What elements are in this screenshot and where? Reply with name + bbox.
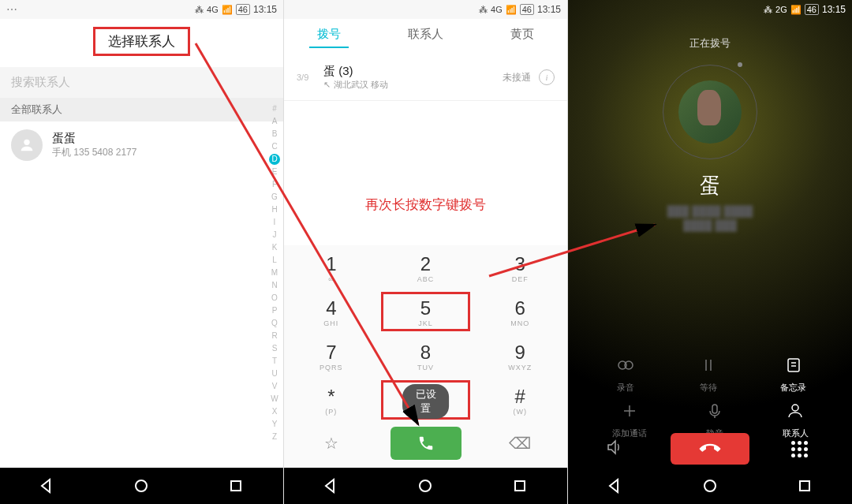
section-header: 全部联系人 bbox=[0, 98, 283, 121]
key-0[interactable]: 0+已设置 bbox=[379, 378, 473, 422]
alpha-V[interactable]: V bbox=[269, 380, 280, 393]
alpha-P[interactable]: P bbox=[269, 304, 280, 317]
alpha-U[interactable]: U bbox=[269, 368, 280, 380]
calling-label: 正在拨号 bbox=[568, 19, 852, 50]
key-#[interactable]: #(W) bbox=[473, 378, 567, 422]
alpha-D[interactable]: D bbox=[269, 154, 280, 165]
back-button[interactable] bbox=[322, 476, 341, 495]
alpha-index[interactable]: #ABCDEFGHIJKLMNOPQRSTUVWXYZ bbox=[269, 103, 280, 443]
android-navbar bbox=[0, 468, 283, 504]
alpha-R[interactable]: R bbox=[269, 330, 280, 342]
speaker-button[interactable] bbox=[605, 438, 629, 460]
svg-rect-2 bbox=[231, 481, 241, 491]
bluetooth-icon: ⁂ bbox=[195, 5, 204, 15]
home-button[interactable] bbox=[701, 476, 719, 495]
key-8[interactable]: 8TUV bbox=[379, 334, 473, 378]
clock: 13:15 bbox=[253, 4, 277, 15]
memo-button[interactable]: 备忘录 bbox=[780, 353, 806, 394]
alpha-L[interactable]: L bbox=[269, 254, 280, 267]
hangup-button[interactable] bbox=[671, 433, 749, 465]
alpha-W[interactable]: W bbox=[269, 393, 280, 405]
contact-phone: 手机 135 5408 2177 bbox=[52, 146, 136, 159]
tab-yellowpages[interactable]: 黄页 bbox=[503, 27, 542, 48]
recent-button[interactable] bbox=[226, 476, 245, 495]
battery-label: 46 bbox=[805, 4, 819, 15]
signal-icon: 📶 bbox=[506, 5, 517, 15]
calling-number-blurred: ███ ████ ████████ ███ bbox=[568, 204, 852, 233]
alpha-S[interactable]: S bbox=[269, 342, 280, 355]
alpha-Z[interactable]: Z bbox=[269, 431, 280, 443]
call-button[interactable] bbox=[379, 427, 473, 460]
svg-rect-14 bbox=[712, 405, 717, 413]
call-location: 湖北武汉 移动 bbox=[334, 79, 388, 91]
home-button[interactable] bbox=[416, 476, 435, 495]
alpha-A[interactable]: A bbox=[269, 115, 280, 128]
alpha-H[interactable]: H bbox=[269, 203, 280, 216]
calling-name: 蛋 bbox=[568, 167, 852, 204]
svg-point-17 bbox=[704, 480, 716, 491]
alpha-J[interactable]: J bbox=[269, 229, 280, 241]
alpha-K[interactable]: K bbox=[269, 241, 280, 254]
alpha-F[interactable]: F bbox=[269, 178, 280, 191]
favorite-button[interactable]: ☆ bbox=[284, 434, 379, 453]
alpha-E[interactable]: E bbox=[269, 166, 280, 178]
call-name: 蛋 (3) bbox=[323, 64, 495, 79]
toast: 已设置 bbox=[402, 384, 450, 419]
key-4[interactable]: 4GHI bbox=[284, 289, 379, 334]
signal-icon: 📶 bbox=[222, 5, 233, 15]
key-3[interactable]: 3DEF bbox=[473, 245, 567, 289]
home-button[interactable] bbox=[132, 476, 151, 495]
recent-call-row[interactable]: 3/9 蛋 (3) ↖湖北武汉 移动 未接通 i bbox=[284, 54, 567, 101]
svg-point-1 bbox=[136, 480, 147, 491]
call-bottom-row bbox=[568, 433, 852, 465]
bluetooth-icon: ⁂ bbox=[764, 5, 772, 15]
alpha-G[interactable]: G bbox=[269, 191, 280, 203]
key-6[interactable]: 6MNO bbox=[473, 289, 567, 334]
status-bar: ⁂ 4G 📶 46 13:15 bbox=[284, 0, 567, 19]
alpha-M[interactable]: M bbox=[269, 267, 280, 279]
key-7[interactable]: 7PQRS bbox=[284, 334, 379, 378]
alpha-C[interactable]: C bbox=[269, 140, 280, 153]
alpha-Q[interactable]: Q bbox=[269, 317, 280, 330]
more-icon[interactable]: ⋯ bbox=[6, 3, 17, 16]
call-actions-row1: 录音 等待 备忘录 bbox=[568, 353, 852, 394]
status-bar: ⋯ ⁂ 4G 📶 46 13:15 bbox=[0, 0, 283, 19]
key-*[interactable]: *(P) bbox=[284, 378, 379, 422]
tab-dial[interactable]: 拨号 bbox=[309, 27, 349, 48]
signal-4g-label: 4G bbox=[207, 5, 219, 14]
backspace-button[interactable]: ⌫ bbox=[473, 434, 567, 453]
recent-button[interactable] bbox=[510, 476, 529, 495]
back-button[interactable] bbox=[606, 476, 625, 495]
alpha-N[interactable]: N bbox=[269, 279, 280, 292]
dialer-panel: ⁂ 4G 📶 46 13:15 拨号 联系人 黄页 3/9 蛋 (3) ↖湖北武… bbox=[284, 0, 568, 504]
tab-contacts[interactable]: 联系人 bbox=[400, 27, 451, 48]
search-input[interactable]: 搜索联系人 bbox=[0, 67, 283, 98]
contact-name: 蛋蛋 bbox=[52, 131, 136, 146]
record-button[interactable]: 录音 bbox=[614, 353, 637, 394]
dialpad-toggle-button[interactable] bbox=[791, 441, 815, 457]
alpha-X[interactable]: X bbox=[269, 405, 280, 418]
key-5[interactable]: 5JKL bbox=[379, 289, 473, 334]
key-1[interactable]: 1∞ bbox=[284, 245, 379, 289]
back-button[interactable] bbox=[38, 476, 57, 495]
info-icon[interactable]: i bbox=[539, 69, 555, 85]
call-date: 3/9 bbox=[297, 73, 316, 82]
contact-row[interactable]: 蛋蛋 手机 135 5408 2177 bbox=[0, 121, 283, 169]
hold-button[interactable]: 等待 bbox=[697, 353, 720, 394]
avatar-icon bbox=[11, 129, 43, 161]
alpha-#[interactable]: # bbox=[269, 103, 280, 115]
recent-button[interactable] bbox=[795, 476, 814, 495]
bluetooth-icon: ⁂ bbox=[479, 5, 488, 15]
alpha-B[interactable]: B bbox=[269, 128, 280, 140]
key-2[interactable]: 2ABC bbox=[379, 245, 473, 289]
key-9[interactable]: 9WXYZ bbox=[473, 334, 567, 378]
dialpad: 1∞2ABC3DEF4GHI5JKL6MNO7PQRS8TUV9WXYZ*(P)… bbox=[284, 245, 567, 468]
alpha-O[interactable]: O bbox=[269, 292, 280, 304]
missed-call-icon: ↖ bbox=[323, 80, 331, 90]
call-status: 未接通 bbox=[503, 71, 531, 84]
alpha-T[interactable]: T bbox=[269, 355, 280, 368]
alpha-I[interactable]: I bbox=[269, 216, 280, 229]
page-title: 选择联系人 bbox=[93, 27, 190, 56]
alpha-Y[interactable]: Y bbox=[269, 418, 280, 431]
svg-rect-18 bbox=[800, 481, 809, 491]
